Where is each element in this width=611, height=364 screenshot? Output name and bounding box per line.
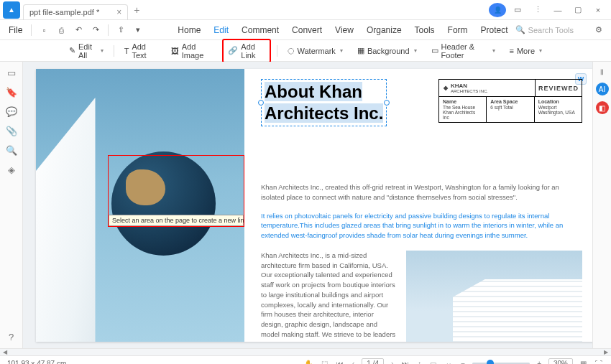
zoom-in-icon[interactable]: + xyxy=(536,360,543,364)
pencil-icon: ✎ xyxy=(69,46,75,55)
first-page-icon[interactable]: ⏮ xyxy=(335,360,345,364)
close-window-button[interactable]: × xyxy=(589,3,607,17)
last-page-icon[interactable]: ⏭ xyxy=(400,360,410,364)
left-sidebar: ▭ 🔖 💬 📎 🔍 ◈ ? xyxy=(0,62,23,348)
menubar: File ▫ ⎙ ↶ ↷ ⇧ ▾ Home Edit Comment Conve… xyxy=(0,20,611,40)
cursor-coords: 101.93 x 47.87 cm xyxy=(7,360,66,364)
paragraph-1: Khan Architects Inc., created this off-g… xyxy=(261,182,582,202)
tab-home[interactable]: Home xyxy=(178,25,201,35)
file-menu[interactable]: File xyxy=(6,25,25,35)
watermark-icon: ◌ xyxy=(288,46,295,55)
tab-convert[interactable]: Convert xyxy=(292,25,322,35)
selected-title-object[interactable]: About KhanArchitects Inc. xyxy=(261,79,387,126)
new-tab-button[interactable]: + xyxy=(134,4,139,16)
tab-comment[interactable]: Comment xyxy=(242,25,279,35)
next-page-icon[interactable]: › xyxy=(390,360,395,364)
tab-organize[interactable]: Organize xyxy=(367,25,402,35)
tab-form[interactable]: Form xyxy=(448,25,468,35)
add-image-button[interactable]: 🖼Add Image xyxy=(167,40,217,62)
share-icon[interactable]: ⇧ xyxy=(114,24,127,37)
search-tools[interactable]: 🔍 Search Tools xyxy=(515,25,574,34)
properties-icon[interactable]: ⦀ xyxy=(600,67,604,77)
image-icon: 🖼 xyxy=(171,47,179,55)
add-link-button[interactable]: 🔗Add Link xyxy=(222,39,270,63)
meta-name-value: The Sea House Khan Architects Inc xyxy=(443,105,475,120)
zoom-thumb[interactable] xyxy=(487,360,494,364)
title-line1: About Khan xyxy=(265,82,362,101)
maximize-button[interactable]: ▢ xyxy=(569,3,587,17)
page-content: W About KhanArchitects Inc. ◆KHANARCHITE… xyxy=(248,69,592,342)
more-button[interactable]: ≡More▾ xyxy=(505,45,546,57)
hand-tool-icon[interactable]: ✋ xyxy=(303,360,314,364)
scroll-left-icon[interactable]: ◀ xyxy=(0,349,10,355)
link-icon: 🔗 xyxy=(228,46,238,55)
zoom-out-icon[interactable]: − xyxy=(459,360,467,364)
prev-page-icon[interactable]: ‹ xyxy=(351,360,356,364)
title-line2: Architects Inc. xyxy=(265,103,383,123)
undo-icon[interactable]: ↶ xyxy=(72,24,85,37)
print-icon[interactable]: ⎙ xyxy=(55,24,68,37)
meta-area-value: 6 sqft Total xyxy=(490,105,513,110)
page-current[interactable]: 1 xyxy=(367,360,371,364)
add-text-button[interactable]: TAdd Text xyxy=(120,40,161,62)
edit-all-button[interactable]: ✎Edit All▾ xyxy=(65,40,108,62)
more-icon: ≡ xyxy=(510,47,514,55)
close-tab-icon[interactable]: × xyxy=(116,7,121,17)
watermark-button[interactable]: ◌Watermark▾ xyxy=(283,44,347,57)
redo-icon[interactable]: ↷ xyxy=(89,24,102,37)
tab-edit[interactable]: Edit xyxy=(213,25,229,35)
apps-icon[interactable]: ◧ xyxy=(596,101,609,114)
page-total: 4 xyxy=(375,360,379,364)
more-icon[interactable]: ⋮ xyxy=(529,3,546,17)
header-footer-button[interactable]: ▭Header & Footer▾ xyxy=(427,40,500,62)
resize-handle-left[interactable] xyxy=(258,100,264,106)
right-sidebar: ⦀ AI ◧ xyxy=(592,62,611,348)
scroll-right-icon[interactable]: ▶ xyxy=(601,349,611,355)
document-canvas[interactable]: Select an area on the page to create a n… xyxy=(23,62,592,348)
chevron-down-icon: ▾ xyxy=(101,47,104,54)
fit-page-icon[interactable]: ▭ xyxy=(428,360,438,364)
document-tab[interactable]: ppt file-sample.pdf * × xyxy=(23,4,128,20)
layers-icon[interactable]: ◈ xyxy=(8,164,15,175)
brand-mark-icon: ◆ xyxy=(444,85,448,91)
secondary-image xyxy=(406,251,582,342)
search-panel-icon[interactable]: 🔍 xyxy=(6,145,17,156)
fullscreen-icon[interactable]: ⛶ xyxy=(594,360,604,364)
comments-icon[interactable]: 💬 xyxy=(6,106,17,117)
settings-icon[interactable]: ⚙ xyxy=(592,24,605,37)
fit-width-icon[interactable]: ↔ xyxy=(444,360,454,364)
search-placeholder: Search Tools xyxy=(528,26,574,34)
background-icon: ▦ xyxy=(357,46,364,55)
brand-sub: ARCHITECTS INC. xyxy=(451,89,488,93)
reflow-icon[interactable]: ↕ xyxy=(416,360,423,364)
edit-toolbar: ✎Edit All▾ TAdd Text 🖼Add Image 🔗Add Lin… xyxy=(0,40,611,62)
save-icon[interactable]: ▫ xyxy=(37,24,50,37)
tab-tools[interactable]: Tools xyxy=(415,25,435,35)
help-icon[interactable]: ? xyxy=(9,332,14,342)
read-mode-icon[interactable]: ▦ xyxy=(579,360,588,364)
thumbnails-icon[interactable]: ▭ xyxy=(7,67,16,78)
tab-protect[interactable]: Protect xyxy=(481,25,508,35)
horizontal-scrollbar[interactable]: ◀ ▶ xyxy=(0,348,611,355)
tab-view[interactable]: View xyxy=(335,25,354,35)
text-icon: T xyxy=(124,47,129,55)
ribbon-tabs: Home Edit Comment Convert View Organize … xyxy=(178,25,507,35)
bookmarks-icon[interactable]: 🔖 xyxy=(6,87,17,98)
zoom-value[interactable]: 30% xyxy=(548,358,573,364)
resize-handle-right[interactable] xyxy=(384,100,390,106)
background-button[interactable]: ▦Background▾ xyxy=(353,44,421,57)
attachments-icon[interactable]: 📎 xyxy=(6,126,17,136)
paragraph-2: It relies on photovoltaic panels for ele… xyxy=(261,211,582,241)
app-logo-icon: ▲ xyxy=(3,1,20,19)
ai-icon[interactable]: AI xyxy=(596,83,609,95)
select-tool-icon[interactable]: ⬚ xyxy=(320,360,329,364)
meta-loc-label: Location xyxy=(538,99,578,104)
message-icon[interactable]: ▭ xyxy=(509,3,526,17)
tab-title: ppt file-sample.pdf * xyxy=(29,8,99,17)
main-area: ▭ 🔖 💬 📎 🔍 ◈ ? Select an area on the page… xyxy=(0,62,611,348)
titlebar: ▲ ppt file-sample.pdf * × + 👤 ▭ ⋮ — ▢ × xyxy=(0,0,611,20)
minimize-button[interactable]: — xyxy=(549,3,566,17)
chevron-down-icon[interactable]: ▾ xyxy=(132,24,144,37)
paragraph-3: Khan Architects Inc., is a mid-sized arc… xyxy=(261,251,396,342)
user-avatar-icon[interactable]: 👤 xyxy=(489,3,506,17)
